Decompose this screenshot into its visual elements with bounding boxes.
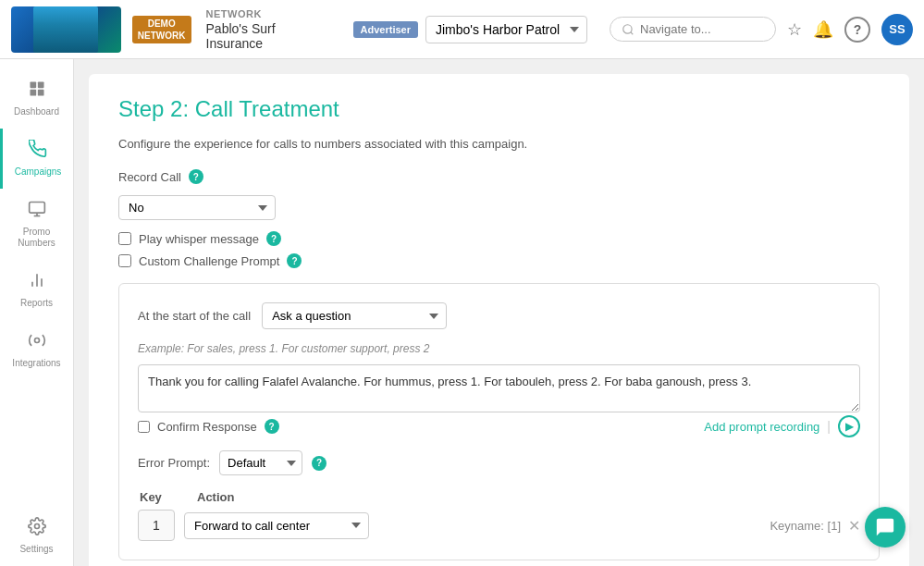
- dashboard-icon: [28, 80, 46, 103]
- favorites-button[interactable]: ☆: [787, 19, 802, 40]
- at-start-label: At the start of the call: [138, 309, 251, 323]
- confirm-response-checkbox[interactable]: [138, 421, 150, 433]
- play-whisper-checkbox[interactable]: [118, 232, 131, 245]
- advertiser-select[interactable]: Jimbo's Harbor Patrol: [425, 16, 587, 43]
- svg-rect-2: [30, 82, 36, 89]
- promo-numbers-icon: [28, 200, 46, 223]
- action-header: Action: [197, 490, 858, 504]
- key-text: 1: [153, 518, 160, 533]
- remove-row-button[interactable]: ✕: [848, 517, 860, 535]
- custom-challenge-row: Custom Challenge Prompt ?: [118, 253, 880, 268]
- sidebar-label-settings: Settings: [19, 544, 53, 555]
- svg-point-13: [34, 524, 39, 529]
- play-button[interactable]: ▶: [838, 415, 860, 437]
- keyname-label: Keyname: [1]: [770, 519, 841, 533]
- record-call-help-icon[interactable]: ?: [189, 169, 203, 184]
- example-text: Example: For sales, press 1. For custome…: [138, 342, 860, 355]
- sidebar-label-dashboard: Dashboard: [14, 106, 59, 117]
- play-whisper-help-icon[interactable]: ?: [266, 231, 281, 246]
- logo: [11, 6, 121, 53]
- error-prompt-row: Error Prompt: Default ?: [138, 450, 860, 475]
- chat-icon: [875, 517, 895, 537]
- sidebar-item-promo-numbers[interactable]: Promo Numbers: [0, 189, 73, 260]
- sidebar-label-campaigns: Campaigns: [15, 166, 62, 178]
- page-title: Step 2: Call Treatment: [118, 96, 880, 122]
- at-start-row: At the start of the call Ask a question: [138, 302, 860, 329]
- reports-icon: [28, 271, 46, 294]
- error-prompt-help-icon[interactable]: ?: [312, 456, 326, 471]
- main-content: Step 2: Call Treatment Configure the exp…: [74, 59, 924, 566]
- call-treatment-card: At the start of the call Ask a question …: [118, 283, 880, 560]
- app-layout: Dashboard Campaigns Promo Numbers Report…: [0, 59, 924, 566]
- confirm-left: Confirm Response ?: [138, 419, 279, 434]
- search-icon: [622, 23, 634, 36]
- demo-network-badge: DEMONETWORK: [132, 16, 191, 43]
- confirm-row: Confirm Response ? Add prompt recording …: [138, 415, 860, 437]
- confirm-response-help-icon[interactable]: ?: [265, 419, 279, 434]
- sidebar-item-integrations[interactable]: Integrations: [0, 320, 73, 380]
- svg-rect-6: [29, 203, 44, 214]
- network-info: NETWORK Pablo's Surf Insurance: [206, 8, 335, 51]
- play-whisper-row: Play whisper message ?: [118, 231, 880, 246]
- keyname-text: Keyname: [1] ✕: [770, 517, 860, 535]
- settings-icon: [28, 517, 46, 540]
- header: DEMONETWORK NETWORK Pablo's Surf Insuran…: [0, 0, 924, 59]
- sidebar: Dashboard Campaigns Promo Numbers Report…: [0, 59, 74, 566]
- sidebar-item-reports[interactable]: Reports: [0, 260, 73, 320]
- search-input[interactable]: [640, 22, 751, 36]
- custom-challenge-help-icon[interactable]: ?: [287, 253, 302, 268]
- key-value: 1: [138, 510, 175, 541]
- logo-image: [33, 6, 98, 53]
- play-whisper-label: Play whisper message: [139, 232, 259, 246]
- action-select[interactable]: Forward to call center: [184, 512, 369, 539]
- table-row: 1 Forward to call center Keyname: [1] ✕: [138, 510, 860, 541]
- campaigns-icon: [29, 140, 47, 163]
- chat-bubble[interactable]: [865, 507, 906, 548]
- sidebar-label-promo-numbers: Promo Numbers: [6, 227, 68, 249]
- sidebar-item-dashboard[interactable]: Dashboard: [0, 68, 73, 129]
- advertiser-block: Advertiser Jimbo's Harbor Patrol: [353, 16, 587, 43]
- sidebar-item-settings[interactable]: Settings: [0, 506, 73, 566]
- svg-point-12: [34, 338, 39, 343]
- search-bar[interactable]: [610, 17, 776, 42]
- svg-rect-3: [37, 82, 43, 89]
- svg-point-0: [623, 24, 632, 32]
- svg-rect-4: [30, 90, 36, 96]
- sidebar-label-integrations: Integrations: [12, 358, 60, 369]
- key-header: Key: [140, 490, 186, 504]
- sidebar-item-campaigns[interactable]: Campaigns: [0, 129, 73, 189]
- prompt-textarea[interactable]: Thank you for calling Falafel Avalanche.…: [138, 364, 860, 412]
- avatar[interactable]: SS: [881, 14, 913, 45]
- add-prompt-recording-link[interactable]: Add prompt recording: [704, 420, 819, 434]
- svg-line-1: [631, 31, 634, 34]
- custom-challenge-label: Custom Challenge Prompt: [139, 254, 279, 268]
- error-prompt-label: Error Prompt:: [138, 456, 210, 470]
- header-icons: ☆ 🔔 ? SS: [787, 14, 913, 45]
- page-subtitle: Configure the experience for calls to nu…: [118, 137, 880, 151]
- at-start-select[interactable]: Ask a question: [262, 302, 447, 329]
- help-button[interactable]: ?: [844, 17, 870, 43]
- record-call-row: Record Call ?: [118, 169, 880, 184]
- record-call-label: Record Call: [118, 170, 181, 184]
- svg-rect-5: [37, 90, 43, 96]
- content-card: Step 2: Call Treatment Configure the exp…: [89, 74, 909, 566]
- record-call-select-row: No Yes: [118, 195, 880, 220]
- network-name: Pablo's Surf Insurance: [206, 21, 335, 51]
- network-label: NETWORK: [206, 8, 335, 19]
- confirm-right: Add prompt recording | ▶: [704, 415, 860, 437]
- sidebar-label-reports: Reports: [20, 298, 53, 309]
- integrations-icon: [28, 331, 46, 354]
- notifications-button[interactable]: 🔔: [813, 19, 833, 40]
- pipe-separator: |: [827, 419, 831, 434]
- advertiser-tag: Advertiser: [353, 21, 418, 38]
- error-prompt-select[interactable]: Default: [219, 450, 302, 475]
- custom-challenge-checkbox[interactable]: [118, 254, 131, 267]
- table-header: Key Action: [138, 490, 860, 504]
- confirm-response-label: Confirm Response: [157, 420, 257, 434]
- record-call-select[interactable]: No Yes: [118, 195, 276, 220]
